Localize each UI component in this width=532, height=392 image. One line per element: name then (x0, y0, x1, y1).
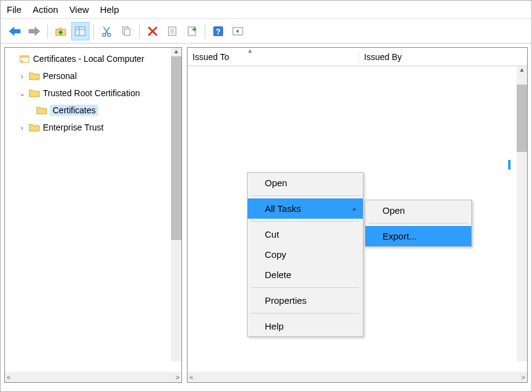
scroll-right-button[interactable]: > (176, 374, 180, 381)
export-list-button[interactable] (183, 22, 201, 40)
scroll-left-button[interactable]: < (189, 374, 193, 381)
scroll-left-button[interactable]: < (7, 374, 10, 381)
menu-divider (251, 287, 359, 288)
toolbar-separator (47, 24, 48, 39)
menu-action[interactable]: Action (32, 4, 58, 15)
tree-item-enterprise-trust[interactable]: › Enterprise Trust (6, 119, 180, 136)
folder-icon (28, 89, 40, 97)
svg-rect-17 (20, 56, 29, 58)
forward-button[interactable] (25, 22, 44, 40)
cert-store-icon (18, 54, 31, 64)
tree-label: Certificates (50, 105, 98, 116)
ctx-delete[interactable]: Delete (248, 265, 363, 285)
scrollbar-thumb[interactable] (517, 85, 527, 152)
tree-label: Personal (43, 71, 77, 81)
toolbar-separator (139, 24, 140, 39)
tree-item-trusted-root[interactable]: ⌄ Trusted Root Certification (6, 85, 180, 102)
toolbar: ? (1, 19, 531, 43)
ctx-properties[interactable]: Properties (248, 290, 363, 311)
help-button[interactable]: ? (209, 22, 227, 40)
chevron-right-icon: › (17, 123, 27, 132)
tree-item-personal[interactable]: › Personal (6, 67, 180, 85)
svg-point-4 (103, 33, 106, 36)
back-button[interactable] (6, 22, 24, 40)
column-issued-to[interactable]: Issued To (188, 52, 359, 62)
tree-hscroll[interactable]: < > (5, 372, 181, 382)
menu-view[interactable]: View (69, 4, 89, 15)
ctx-copy[interactable]: Copy (248, 244, 363, 265)
scroll-right-button[interactable]: > (522, 374, 525, 381)
show-tree-button[interactable] (71, 22, 89, 40)
scrollbar-thumb[interactable] (171, 56, 181, 240)
context-menu: Open All Tasks ▸ Cut Copy Delete Propert… (247, 172, 363, 337)
menu-help[interactable]: Help (100, 4, 119, 15)
svg-rect-1 (75, 27, 85, 36)
delete-button[interactable] (143, 22, 162, 40)
toolbar-separator (93, 24, 94, 39)
copy-button[interactable] (117, 22, 135, 40)
tree-item-certificates[interactable]: Certificates (6, 102, 180, 119)
svg-point-18 (21, 60, 23, 62)
menubar: File Action View Help (1, 1, 531, 19)
up-folder-button[interactable] (51, 22, 70, 40)
selection-highlight (508, 160, 511, 170)
ctx-help[interactable]: Help (248, 316, 363, 336)
subctx-export[interactable]: Export... (365, 226, 471, 246)
list-header: Issued To Issued By ▲ (188, 48, 527, 66)
properties-button[interactable] (163, 22, 181, 40)
svg-rect-7 (124, 29, 130, 36)
ctx-open[interactable]: Open (248, 173, 363, 193)
tree-pane: Certificates - Local Computer › Personal… (4, 47, 182, 383)
ctx-all-tasks[interactable]: All Tasks ▸ (248, 198, 363, 219)
tree-label: Trusted Root Certification (43, 88, 140, 98)
ctx-all-tasks-label: All Tasks (265, 203, 301, 214)
menu-divider (251, 221, 359, 222)
ctx-cut[interactable]: Cut (248, 224, 363, 244)
column-issued-by[interactable]: Issued By (359, 52, 527, 62)
cut-button[interactable] (97, 22, 116, 40)
svg-text:?: ? (216, 27, 221, 36)
context-submenu-all-tasks: Open Export... (365, 200, 472, 247)
tree-scrollbar[interactable]: ▲ (171, 48, 181, 361)
certificates-tree: Certificates - Local Computer › Personal… (5, 48, 181, 372)
menu-divider (369, 223, 468, 224)
svg-point-5 (108, 33, 111, 36)
folder-icon (28, 123, 40, 132)
folder-icon (28, 72, 40, 80)
list-scrollbar[interactable]: ▲ (517, 66, 527, 361)
tree-root[interactable]: Certificates - Local Computer (6, 50, 180, 67)
folder-icon (36, 106, 48, 115)
tree-label: Certificates - Local Computer (33, 54, 144, 64)
submenu-arrow-icon: ▸ (353, 205, 357, 213)
menu-divider (251, 195, 359, 196)
menu-file[interactable]: File (7, 4, 21, 15)
chevron-right-icon: › (17, 72, 27, 81)
menu-divider (251, 313, 359, 314)
action-pane-button[interactable] (229, 22, 247, 40)
list-hscroll[interactable]: < > (188, 372, 527, 382)
sort-indicator-icon: ▲ (247, 47, 253, 54)
toolbar-separator (205, 24, 205, 39)
subctx-open[interactable]: Open (365, 200, 471, 221)
tree-label: Enterprise Trust (43, 123, 104, 132)
chevron-down-icon: ⌄ (17, 89, 27, 98)
